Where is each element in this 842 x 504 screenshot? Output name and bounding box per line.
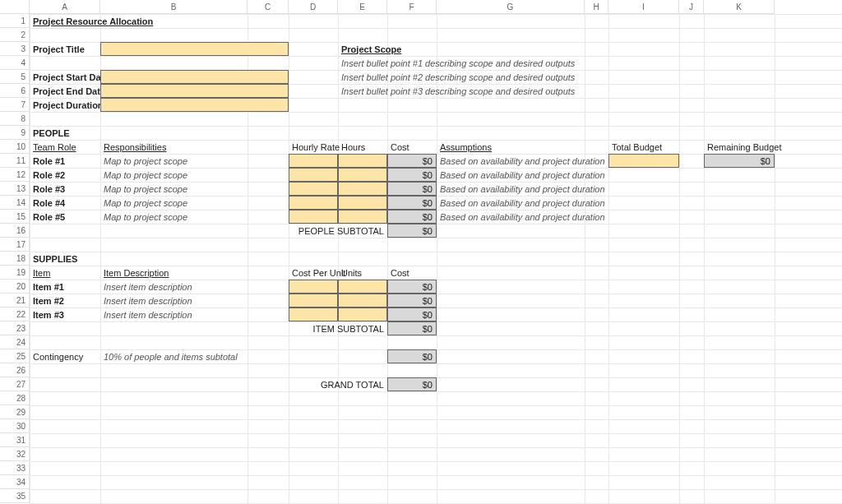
people-cost: $0: [387, 182, 437, 196]
input-hourly-rate[interactable]: [289, 168, 338, 182]
supply-desc: Insert item description: [100, 280, 248, 294]
row-header[interactable]: 6: [0, 84, 30, 98]
input-project-start[interactable]: [100, 70, 289, 84]
input-cost-per-unit[interactable]: [289, 294, 338, 307]
grand-total-value: $0: [387, 377, 437, 391]
row-header[interactable]: 2: [0, 28, 30, 42]
scope-line: Insert bullet point #2 describing scope …: [338, 70, 667, 84]
row-header[interactable]: 28: [0, 391, 30, 405]
row-header[interactable]: 24: [0, 335, 30, 349]
row-header[interactable]: 5: [0, 70, 30, 84]
col-header[interactable]: C: [248, 0, 289, 14]
heading-people: PEOPLE: [30, 126, 100, 140]
supply-cost: $0: [387, 294, 437, 307]
row-header[interactable]: 4: [0, 56, 30, 70]
input-project-end[interactable]: [100, 84, 289, 98]
input-units[interactable]: [338, 307, 387, 321]
page-title: Project Resource Allocation: [30, 14, 248, 28]
people-cost: $0: [387, 154, 437, 168]
label-project-end: Project End Date: [30, 84, 100, 98]
cell-area[interactable]: Project Resource AllocationProject Title…: [30, 14, 842, 504]
input-units[interactable]: [338, 294, 387, 307]
row-header[interactable]: 14: [0, 196, 30, 210]
row-header[interactable]: 10: [0, 140, 30, 154]
contingency-desc: 10% of people and items subtotal: [100, 349, 289, 363]
col-header[interactable]: H: [585, 0, 608, 14]
input-hours[interactable]: [338, 182, 387, 196]
row-header[interactable]: 26: [0, 363, 30, 377]
input-total-budget[interactable]: [608, 154, 679, 168]
col-header[interactable]: J: [679, 0, 704, 14]
col-header[interactable]: F: [387, 0, 437, 14]
input-hours[interactable]: [338, 168, 387, 182]
input-hourly-rate[interactable]: [289, 196, 338, 210]
row-header[interactable]: 33: [0, 461, 30, 475]
supply-desc: Insert item description: [100, 307, 248, 321]
label-total-budget: Total Budget: [608, 140, 679, 154]
col-header[interactable]: B: [100, 0, 248, 14]
col-header[interactable]: E: [338, 0, 387, 14]
input-units[interactable]: [338, 280, 387, 294]
row-header[interactable]: 7: [0, 98, 30, 112]
row-header[interactable]: 22: [0, 307, 30, 321]
supply-cost: $0: [387, 280, 437, 294]
input-hourly-rate[interactable]: [289, 182, 338, 196]
people-assumption: Based on availability and project durati…: [437, 182, 650, 196]
col-hours: Hours: [338, 140, 387, 154]
row-header[interactable]: 20: [0, 280, 30, 294]
row-header[interactable]: 8: [0, 112, 30, 126]
label-project-start: Project Start Date: [30, 70, 100, 84]
input-hours[interactable]: [338, 210, 387, 224]
col-item-desc: Item Description: [100, 266, 248, 280]
row-header[interactable]: 25: [0, 349, 30, 363]
input-project-duration[interactable]: [100, 98, 289, 112]
col-header[interactable]: G: [437, 0, 585, 14]
supply-desc: Insert item description: [100, 294, 248, 307]
row-header[interactable]: 12: [0, 168, 30, 182]
col-header[interactable]: K: [704, 0, 775, 14]
row-header[interactable]: 27: [0, 377, 30, 391]
col-header[interactable]: D: [289, 0, 338, 14]
col-cost: Cost: [387, 140, 437, 154]
row-header[interactable]: 9: [0, 126, 30, 140]
input-cost-per-unit[interactable]: [289, 280, 338, 294]
row-header[interactable]: 17: [0, 238, 30, 252]
col-units: Units: [338, 266, 387, 280]
row-header[interactable]: 21: [0, 294, 30, 307]
people-assumption: Based on availability and project durati…: [437, 196, 650, 210]
col-team-role: Team Role: [30, 140, 100, 154]
label-contingency: Contingency: [30, 349, 100, 363]
input-hours[interactable]: [338, 196, 387, 210]
row-header[interactable]: 16: [0, 224, 30, 238]
input-hourly-rate[interactable]: [289, 210, 338, 224]
row-header[interactable]: 1: [0, 14, 30, 28]
col-header[interactable]: I: [608, 0, 679, 14]
row-header[interactable]: 35: [0, 489, 30, 503]
input-cost-per-unit[interactable]: [289, 307, 338, 321]
row-header[interactable]: 32: [0, 447, 30, 461]
input-hours[interactable]: [338, 154, 387, 168]
row-header[interactable]: 19: [0, 266, 30, 280]
row-header[interactable]: 23: [0, 321, 30, 335]
col-item: Item: [30, 266, 100, 280]
row-header[interactable]: 11: [0, 154, 30, 168]
input-hourly-rate[interactable]: [289, 154, 338, 168]
row-header[interactable]: 29: [0, 405, 30, 419]
row-header[interactable]: 13: [0, 182, 30, 196]
people-resp: Map to project scope: [100, 182, 248, 196]
people-resp: Map to project scope: [100, 168, 248, 182]
spreadsheet[interactable]: ABCDEFGHIJK12345678910111213141516171819…: [0, 0, 842, 504]
row-header[interactable]: 31: [0, 433, 30, 447]
col-responsibilities: Responsibilities: [100, 140, 248, 154]
input-project-title[interactable]: [100, 42, 289, 56]
people-cost: $0: [387, 196, 437, 210]
row-header[interactable]: 3: [0, 42, 30, 56]
people-cost: $0: [387, 168, 437, 182]
row-header[interactable]: 15: [0, 210, 30, 224]
col-hourly-rate: Hourly Rate: [289, 140, 338, 154]
row-header[interactable]: 18: [0, 252, 30, 266]
people-resp: Map to project scope: [100, 196, 248, 210]
col-header[interactable]: A: [30, 0, 100, 14]
row-header[interactable]: 34: [0, 475, 30, 489]
row-header[interactable]: 30: [0, 419, 30, 433]
